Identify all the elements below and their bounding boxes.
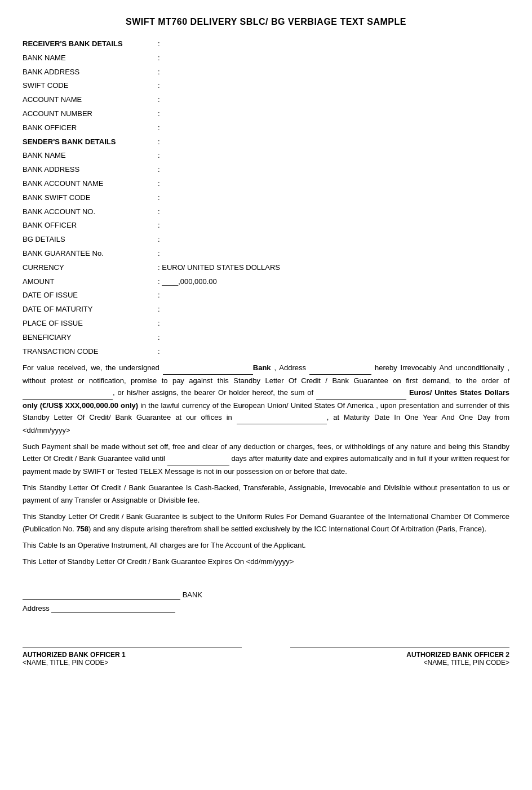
paragraph6: This Letter of Standby Letter Of Credit …	[23, 556, 509, 567]
swift-code-label-r: SWIFT CODE	[23, 80, 158, 92]
receiver-header: RECEIVER'S BANK DETAILS	[23, 38, 158, 50]
bank-name-label-r: BANK NAME	[23, 52, 158, 64]
bank-name-label-s: BANK NAME	[23, 150, 158, 162]
bank-signature-line: BANK	[23, 591, 509, 600]
bank-officer-label-r: BANK OFFICER	[23, 122, 158, 134]
date-of-maturity-label: DATE OF MATURITY	[23, 304, 158, 316]
bank-label: BANK	[183, 591, 202, 599]
bank-account-name-label: BANK ACCOUNT NAME	[23, 178, 158, 190]
signature-section: BANK Address	[23, 591, 509, 613]
date-of-issue-label: DATE OF ISSUE	[23, 290, 158, 301]
bank-address-label-r: BANK ADDRESS	[23, 66, 158, 78]
address-signature-line: Address	[23, 604, 509, 613]
bank-officer-label-s: BANK OFFICER	[23, 220, 158, 232]
paragraph5: This Cable Is an Operative Instrument, A…	[23, 539, 509, 551]
account-number-label-r: ACCOUNT NUMBER	[23, 108, 158, 120]
bank-guarantee-no-label: BANK GUARANTEE No.	[23, 248, 158, 260]
paragraph4: This Standby Letter Of Credit / Bank Gua…	[23, 511, 509, 535]
amount-label: AMOUNT	[23, 276, 158, 288]
bg-details-label: BG DETAILS	[23, 234, 158, 246]
officers-section: AUTHORIZED BANK OFFICER 1 <NAME, TITLE, …	[23, 647, 509, 667]
body-text: For value received, we, the undersigned …	[23, 362, 509, 568]
currency-label: CURRENCY	[23, 262, 158, 274]
bank-account-no-label: BANK ACCOUNT NO.	[23, 206, 158, 218]
sender-header: SENDER'S BANK DETAILS	[23, 136, 158, 148]
transaction-code-label: TRANSACTION CODE	[23, 346, 158, 358]
beneficiary-label: BENEFICIARY	[23, 332, 158, 344]
officer2-block: AUTHORIZED BANK OFFICER 2 <NAME, TITLE, …	[290, 647, 509, 667]
account-name-label-r: ACCOUNT NAME	[23, 94, 158, 106]
officer1-sub: <NAME, TITLE, PIN CODE>	[23, 659, 242, 667]
officer1-label: AUTHORIZED BANK OFFICER 1	[23, 651, 242, 659]
officer2-sig-line	[290, 647, 509, 647]
bg-section: BG DETAILS : BANK GUARANTEE No. : CURREN…	[23, 234, 509, 357]
officer1-block: AUTHORIZED BANK OFFICER 1 <NAME, TITLE, …	[23, 647, 242, 667]
receiver-section: RECEIVER'S BANK DETAILS : BANK NAME : BA…	[23, 38, 509, 134]
officer2-label: AUTHORIZED BANK OFFICER 2	[290, 651, 509, 659]
amount-value: : ____,000,000.00	[158, 276, 217, 288]
address-label: Address	[23, 604, 50, 613]
paragraph3: This Standby Letter Of Credit / Bank Gua…	[23, 482, 509, 506]
sender-section: SENDER'S BANK DETAILS : BANK NAME : BANK…	[23, 136, 509, 232]
bank-swift-code-label: BANK SWIFT CODE	[23, 192, 158, 204]
paragraph1: For value received, we, the undersigned …	[23, 362, 509, 436]
officer2-sub: <NAME, TITLE, PIN CODE>	[290, 659, 509, 667]
currency-value: : EURO/ UNITED STATES DOLLARS	[158, 262, 280, 274]
officer1-sig-line	[23, 647, 242, 647]
bank-address-label-s: BANK ADDRESS	[23, 164, 158, 176]
place-of-issue-label: PLACE OF ISSUE	[23, 318, 158, 330]
paragraph2: Such Payment shall be made without set o…	[23, 441, 509, 477]
page-title: SWIFT MT760 DELIVERY SBLC/ BG VERBIAGE T…	[23, 17, 509, 27]
